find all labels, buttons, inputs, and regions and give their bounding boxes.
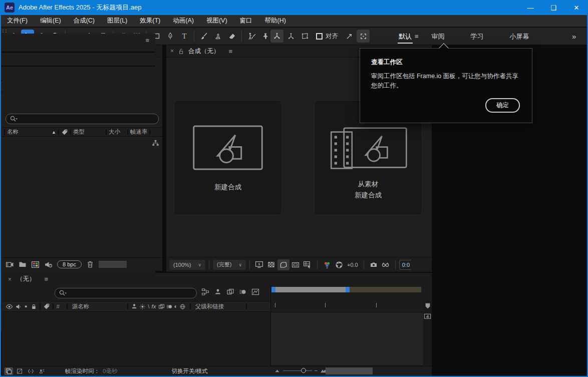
workspace-tab-small-screen[interactable]: 小屏幕 [507, 28, 532, 45]
lock-icon[interactable] [31, 303, 37, 310]
project-flowchart-icon[interactable] [152, 139, 159, 147]
menu-window[interactable]: 窗口 [240, 17, 252, 25]
fast-previews-button[interactable] [253, 259, 265, 270]
motion-blur-switch-icon[interactable] [166, 303, 173, 310]
column-size[interactable]: 大小 [109, 128, 120, 136]
composition-mini-flowchart-icon[interactable] [201, 288, 209, 296]
menu-layer[interactable]: 图层(L) [107, 17, 127, 25]
type-tool[interactable]: T [178, 30, 191, 43]
quality-switch-icon[interactable]: \ [148, 303, 149, 309]
grid-options-button[interactable] [302, 259, 314, 270]
bit-depth-button[interactable]: 8 bpc [57, 260, 82, 268]
toggle-transfer-controls-pane[interactable] [16, 367, 24, 375]
snap-control[interactable]: 对齐 [316, 32, 338, 41]
snapshot-camera-button[interactable] [368, 259, 380, 270]
snap-checkbox[interactable] [316, 33, 323, 40]
tab-composition[interactable]: 合成（无） [188, 47, 220, 56]
video-eye-icon[interactable] [6, 303, 13, 310]
work-area-start-handle[interactable] [271, 287, 275, 292]
audio-speaker-icon[interactable] [15, 303, 22, 310]
local-axis-mode-button[interactable] [270, 30, 283, 43]
column-name[interactable]: 名称 [7, 128, 19, 136]
workspace-tab-default[interactable]: 默认 [396, 28, 415, 45]
comp-button-icon[interactable] [424, 312, 431, 320]
close-button[interactable]: ✕ [565, 0, 588, 15]
workspace-tab-review[interactable]: 审阅 [429, 28, 448, 45]
channel-rgb-button[interactable] [321, 259, 333, 270]
region-of-interest-button[interactable] [277, 259, 289, 270]
title-bar[interactable]: Ae Adobe After Effects 2025 - 无标题项目.aep … [0, 0, 588, 15]
column-index[interactable]: # [56, 303, 59, 309]
exposure-value[interactable]: +0.0 [347, 262, 358, 268]
timeline-horizontal-scrollbar[interactable] [326, 367, 373, 374]
right-panel-menu-icon[interactable]: ≡ [145, 37, 149, 44]
menu-file[interactable]: 文件(F) [7, 17, 28, 25]
world-axis-mode-button[interactable] [284, 30, 298, 43]
clone-stamp-tool[interactable] [211, 30, 224, 43]
new-composition-button[interactable] [31, 260, 40, 269]
menu-effect[interactable]: 效果(T) [140, 17, 160, 25]
menu-composition[interactable]: 合成(C) [74, 17, 95, 25]
effects-fx-icon[interactable]: fx [152, 303, 156, 309]
toggle-layer-switches-pane[interactable] [5, 367, 13, 375]
exposure-reset-icon[interactable] [333, 259, 345, 270]
timeline-tab-close-icon[interactable]: × [8, 276, 12, 283]
adjustment-layer-icon[interactable]: ◐ [174, 303, 178, 310]
maximize-button[interactable]: ❑ [542, 0, 565, 15]
hide-shy-layers-icon[interactable] [214, 288, 222, 296]
tab-timeline-none[interactable]: （无） [17, 275, 36, 283]
toggle-render-time-pane[interactable] [38, 367, 46, 375]
frame-blending-icon[interactable] [226, 288, 234, 296]
label-tag-icon[interactable] [43, 303, 50, 310]
brush-tool[interactable] [197, 30, 210, 43]
eraser-tool[interactable] [225, 30, 238, 43]
label-tag-icon[interactable] [61, 129, 68, 136]
snap-mask-and-shape-button[interactable] [357, 30, 370, 43]
interpret-footage-button[interactable] [6, 260, 14, 269]
toggle-switches-modes-button[interactable]: 切换开关/模式 [171, 367, 207, 375]
work-area-bar[interactable] [272, 287, 421, 292]
view-axis-mode-button[interactable] [299, 30, 312, 43]
frame-blend-switch-icon[interactable] [158, 303, 165, 310]
more-workspaces-chevron[interactable]: » [572, 28, 576, 45]
collapse-transformations-icon[interactable] [139, 303, 146, 310]
zoom-out-mountain-icon[interactable] [274, 367, 280, 374]
resolution-dropdown[interactable]: (完整)∨ [213, 260, 246, 270]
sort-ascending-icon[interactable]: ▲ [52, 130, 56, 135]
delete-trash-button[interactable] [86, 260, 94, 268]
unlock-icon[interactable] [178, 48, 184, 55]
column-source-name[interactable]: 源名称 [72, 303, 90, 310]
graph-editor-icon[interactable] [251, 288, 259, 296]
tooltip-ok-button[interactable]: 确定 [485, 98, 520, 113]
collapsed-panel-stack[interactable]: ≡ [1, 34, 155, 80]
time-ruler[interactable] [271, 301, 424, 312]
comp-panel-menu-icon[interactable]: ≡ [229, 48, 233, 55]
shy-switch-icon[interactable] [131, 303, 138, 310]
column-parent-link[interactable]: 父级和链接 [195, 303, 224, 310]
guides-button[interactable] [289, 259, 302, 270]
workspace-menu-icon[interactable]: ≡ [415, 33, 422, 40]
timeline-track-area[interactable] [271, 312, 423, 366]
menu-view[interactable]: 视图(V) [206, 17, 227, 25]
comp-marker-bin-icon[interactable] [424, 302, 431, 309]
column-type[interactable]: 类型 [73, 128, 85, 136]
new-folder-button[interactable] [19, 260, 27, 268]
column-frame-rate[interactable]: 帧速率 [130, 128, 148, 136]
snap-to-feature-button[interactable] [343, 30, 356, 43]
project-search-input[interactable] [6, 114, 159, 124]
three-d-layer-icon[interactable] [179, 303, 186, 310]
menu-edit[interactable]: 编辑(E) [40, 17, 61, 25]
toggle-audio-button[interactable] [44, 260, 53, 269]
timeline-layer-list-empty[interactable] [2, 312, 270, 366]
menu-help[interactable]: 帮助(H) [265, 17, 286, 25]
roto-brush-tool[interactable] [245, 30, 258, 43]
menu-animation[interactable]: 动画(A) [173, 17, 194, 25]
show-snapshot-button[interactable] [380, 259, 392, 270]
zoom-slider-knob[interactable] [301, 368, 306, 373]
timeline-panel-menu-icon[interactable]: ≡ [45, 275, 49, 283]
transparency-grid-button[interactable] [265, 259, 277, 270]
work-area-end-handle[interactable] [346, 287, 350, 292]
motion-blur-icon[interactable] [239, 288, 247, 296]
toggle-in-out-duration-pane[interactable] [27, 367, 35, 375]
workspace-tab-learn[interactable]: 学习 [468, 28, 487, 45]
